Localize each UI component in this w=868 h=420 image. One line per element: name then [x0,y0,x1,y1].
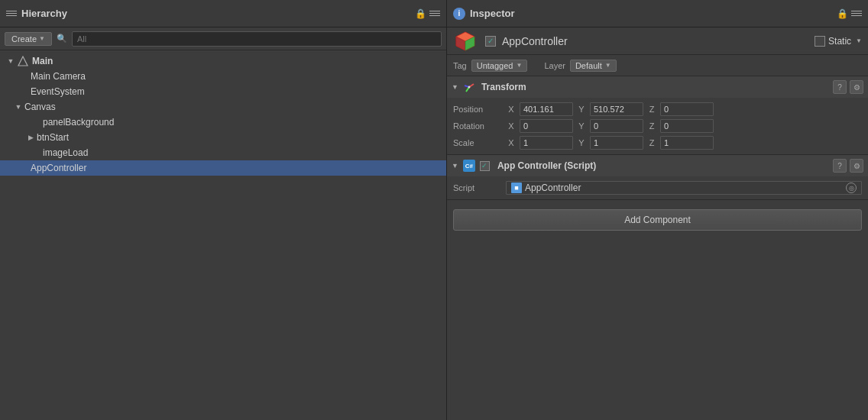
static-dropdown-arrow-icon[interactable]: ▼ [856,37,862,44]
script-component-actions: ? ⚙ [833,159,863,173]
hierarchy-item-label: btnStart [37,132,69,143]
scale-x-axis-label: X [506,138,517,147]
tag-dropdown[interactable]: Untagged ▼ [471,60,528,72]
pos-x-axis-label: X [506,105,517,114]
hierarchy-header-icons: 🔒 [415,8,440,19]
rotation-z-input[interactable] [660,119,714,133]
transform-header[interactable]: ▼ Transform ? ⚙ [447,76,868,98]
svg-marker-0 [18,57,28,66]
scale-z-axis-label: Z [646,138,657,147]
layer-dropdown[interactable]: Default ▼ [570,60,617,72]
hierarchy-item-label: imageLoad [43,147,88,158]
hierarchy-title: Hierarchy [21,8,67,19]
rotation-x-input[interactable] [520,119,573,133]
cube-svg [453,29,478,53]
hierarchy-item-label: Canvas [24,102,56,112]
inspector-panel: i Inspector 🔒 ✓ AppController Static ▼ [447,0,868,420]
transform-actions: ? ⚙ [833,80,863,94]
hierarchy-options-icon[interactable] [429,11,440,16]
script-cs-icon: C# [463,160,475,172]
transform-fields: Position X Y Z Rotation X Y Z Scale [447,98,868,154]
gameobject-name: AppController [502,35,568,47]
search-prefix: 🔍 [57,34,67,44]
rotation-row: Rotation X Y Z [453,118,862,134]
script-help-button[interactable]: ? [833,159,847,173]
gameobject-enable-checkbox[interactable]: ✓ [485,36,496,47]
position-y-input[interactable] [590,102,643,116]
rot-z-axis-label: Z [646,121,657,131]
hierarchy-item-label: Main Camera [31,71,86,82]
hierarchy-item-main[interactable]: ▼ Main [0,53,446,69]
rotation-label: Rotation [453,121,503,131]
script-component-title: App Controller (Script) [497,160,596,171]
script-value-field: ■ AppController ◎ [506,181,862,195]
hierarchy-header: Hierarchy 🔒 [0,0,446,27]
hierarchy-item-label: EventSystem [31,86,85,97]
script-select-button[interactable]: ◎ [846,183,857,193]
scale-x-input[interactable] [520,136,573,150]
inspector-object-toolbar: ✓ AppController Static ▼ [447,27,868,55]
static-area: Static ▼ [815,36,862,47]
script-fields: Script ■ AppController ◎ [447,176,868,199]
tag-dropdown-arrow-icon: ▼ [516,62,522,69]
pos-z-axis-label: Z [646,105,657,114]
hierarchy-item-label: panelBackground [43,117,114,128]
hierarchy-item-label: AppController [31,163,86,173]
tag-layer-row: Tag Untagged ▼ Layer Default ▼ [447,55,868,76]
transform-title: Transform [481,82,526,92]
tag-label: Tag [453,61,467,70]
position-label: Position [453,105,503,114]
add-component-area: Add Component [447,200,868,240]
transform-settings-button[interactable]: ⚙ [850,80,863,94]
add-component-button[interactable]: Add Component [453,209,862,231]
hierarchy-item-btnstart[interactable]: ▶ btnStart [0,130,446,145]
svg-point-8 [468,86,470,89]
hierarchy-item-imageload[interactable]: imageLoad [0,145,446,160]
script-component-header[interactable]: ▼ C# ✓ App Controller (Script) ? ⚙ [447,155,868,176]
hierarchy-search-input[interactable] [72,31,442,47]
transform-component-section: ▼ Transform ? ⚙ Position X Y [447,76,868,155]
hierarchy-item-main-camera[interactable]: Main Camera [0,69,446,84]
gameobject-icon [453,29,478,53]
canvas-arrow-icon: ▼ [14,102,23,111]
inspector-lock-icon[interactable]: 🔒 [837,8,848,19]
inspector-options-icon[interactable] [851,11,862,16]
script-settings-button[interactable]: ⚙ [850,159,863,173]
position-z-input[interactable] [660,102,714,116]
script-enable-checkbox[interactable]: ✓ [480,161,490,171]
transform-help-button[interactable]: ? [833,80,847,94]
hierarchy-item-eventsystem[interactable]: EventSystem [0,84,446,99]
rot-y-axis-label: Y [576,121,587,131]
scale-row: Scale X Y Z [453,134,862,151]
scale-y-input[interactable] [590,136,643,150]
script-collapse-arrow-icon: ▼ [452,162,458,170]
layer-label: Layer [544,61,565,70]
scale-label: Scale [453,138,503,147]
rotation-y-input[interactable] [590,119,643,133]
layer-dropdown-arrow-icon: ▼ [605,62,611,69]
static-label: Static [828,36,851,47]
hierarchy-item-appcontroller[interactable]: AppController [0,160,446,176]
hierarchy-item-canvas[interactable]: ▼ Canvas [0,99,446,115]
inspector-header: i Inspector 🔒 [447,0,868,27]
script-component-section: ▼ C# ✓ App Controller (Script) ? ⚙ Scrip… [447,155,868,200]
script-label: Script [453,183,503,192]
inspector-header-icons: 🔒 [837,8,862,19]
hierarchy-content: ▼ Main Main Camera EventSystem ▼ Canvas … [0,50,446,420]
position-x-input[interactable] [520,102,573,116]
layer-value: Default [575,61,602,70]
main-arrow-icon: ▼ [6,57,15,66]
lock-icon[interactable]: 🔒 [415,8,426,19]
hierarchy-toolbar: Create ▼ 🔍 [0,27,446,50]
script-file-icon: ■ [511,183,522,193]
scale-y-axis-label: Y [576,138,587,147]
create-arrow-icon: ▼ [39,35,45,42]
create-button[interactable]: Create ▼ [5,32,52,46]
hierarchy-item-label: Main [32,56,53,66]
hierarchy-menu-icon[interactable] [6,11,17,16]
static-checkbox[interactable] [815,36,825,47]
pos-y-axis-label: Y [576,105,587,114]
script-filename: AppController [525,183,581,193]
scale-z-input[interactable] [660,136,714,150]
hierarchy-item-panelbg[interactable]: panelBackground [0,115,446,130]
